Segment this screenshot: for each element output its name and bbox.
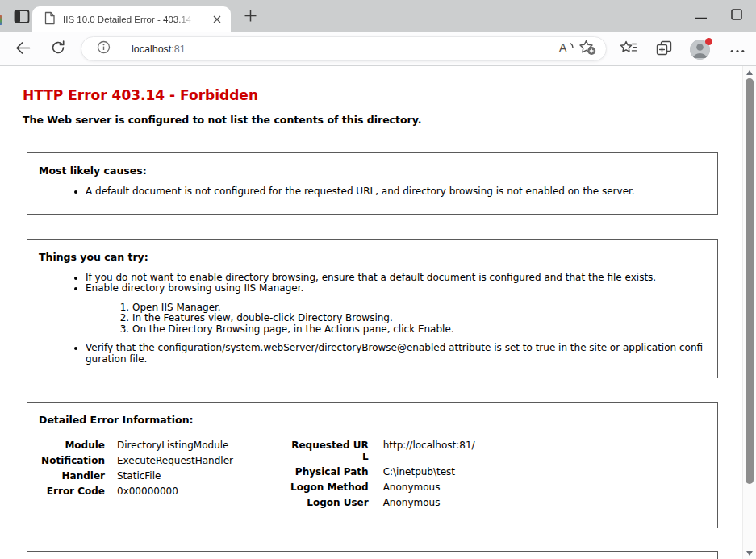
things-you-can-try-box: Things you can try: If you do not want t… [27, 239, 718, 379]
detail-label: Handler [39, 468, 105, 483]
scrollbar-thumb[interactable] [746, 78, 754, 484]
table-row: Logon User Anonymous [290, 494, 475, 510]
collections-button[interactable] [652, 37, 676, 61]
favorites-hub-icon [620, 40, 637, 58]
detail-value: Anonymous [369, 479, 475, 494]
url-text: localhost:81 [132, 44, 186, 55]
back-icon [15, 41, 31, 58]
causes-heading: Most likely causes: [39, 165, 706, 177]
browser-toolbar: localhost:81 A [0, 32, 756, 66]
details-heading: Detailed Error Information: [39, 414, 706, 426]
table-row: Logon Method Anonymous [290, 479, 475, 494]
try-item: If you do not want to enable directory b… [86, 273, 706, 284]
star-plus-icon [578, 40, 596, 59]
maximize-icon [731, 9, 742, 23]
most-likely-causes-box: Most likely causes: A default document i… [27, 152, 718, 215]
tab-close-button[interactable] [208, 10, 226, 28]
table-row: Module DirectoryListingModule [39, 437, 233, 453]
table-row: Physical Path C:\inetpub\test [290, 464, 475, 479]
profile-notification-dot [705, 38, 712, 45]
detail-value: http://localhost:81/ [369, 437, 475, 464]
try-item: Enable directory browsing using IIS Mana… [86, 283, 706, 335]
tab-actions-menu-button[interactable] [11, 9, 32, 27]
page-favicon-icon [44, 11, 56, 28]
favorites-button[interactable] [616, 37, 641, 61]
detail-label: Physical Path [290, 464, 369, 479]
browser-tab[interactable]: IIS 10.0 Detailed Error - 403.14 - F [32, 6, 231, 32]
try-item: Verify that the configuration/system.web… [86, 343, 706, 365]
detail-value: StaticFile [105, 468, 233, 483]
read-aloud-icon: A [558, 41, 575, 57]
step-item: On the Directory Browsing page, in the A… [132, 324, 706, 336]
maximize-button[interactable] [723, 0, 750, 32]
table-row: Notification ExecuteRequestHandler [39, 453, 233, 468]
details-left-column: Module DirectoryListingModule Notificati… [39, 437, 290, 510]
page-subtitle: The Web server is configured to not list… [23, 114, 742, 126]
background-window-sliver [0, 15, 2, 25]
tab-title: IIS 10.0 Detailed Error - 403.14 - F [63, 15, 194, 24]
step-item: Open IIS Manager. [132, 302, 706, 314]
more-information-box: More Information: [27, 551, 718, 559]
address-bar[interactable]: localhost:81 A [81, 36, 607, 61]
profile-button[interactable] [687, 37, 712, 61]
detail-value: C:\inetpub\test [369, 464, 475, 479]
three-dots-icon [730, 42, 745, 56]
site-info-button[interactable] [93, 39, 114, 60]
detail-value: DirectoryListingModule [105, 437, 233, 453]
detail-label: Notification [39, 453, 105, 468]
try-heading: Things you can try: [39, 251, 706, 263]
page-title: HTTP Error 403.14 - Forbidden [23, 87, 742, 103]
plus-icon [244, 10, 257, 25]
details-right-column: Requested URL http://localhost:81/ Physi… [290, 437, 475, 510]
info-icon [97, 40, 111, 57]
add-favorite-button[interactable] [577, 39, 598, 60]
minimize-icon [695, 9, 707, 23]
cause-item: A default document is not configured for… [86, 186, 706, 198]
try-item-text: Enable directory browsing using IIS Mana… [86, 282, 303, 294]
table-row: Requested URL http://localhost:81/ [290, 437, 475, 464]
browser-titlebar: IIS 10.0 Detailed Error - 403.14 - F [0, 0, 756, 32]
table-row: Handler StaticFile [39, 468, 233, 483]
detail-value: ExecuteRequestHandler [105, 453, 233, 468]
step-item: In the Features view, double-click Direc… [132, 313, 706, 324]
close-icon [213, 12, 221, 27]
back-button[interactable] [11, 38, 34, 60]
detail-value: 0x00000000 [105, 483, 233, 499]
page-content: HTTP Error 403.14 - Forbidden The Web se… [0, 66, 742, 559]
avatar [690, 40, 710, 60]
scroll-down-arrow-icon[interactable] [746, 551, 753, 556]
detail-label: Logon Method [290, 479, 369, 494]
svg-text:A: A [559, 41, 567, 54]
table-row: Error Code 0x00000000 [39, 483, 233, 499]
collections-icon [656, 40, 672, 59]
settings-menu-button[interactable] [725, 37, 750, 61]
url-host: localhost [132, 44, 171, 55]
detail-label: Error Code [39, 483, 105, 499]
refresh-button[interactable] [47, 38, 69, 60]
minimize-button[interactable] [687, 0, 715, 32]
refresh-icon [51, 40, 65, 58]
tab-actions-icon [14, 9, 30, 27]
detailed-error-information-box: Detailed Error Information: Module Direc… [27, 402, 718, 528]
vertical-scrollbar[interactable] [742, 66, 756, 559]
detail-value: Anonymous [369, 494, 475, 510]
url-port: :81 [171, 44, 185, 55]
scroll-up-arrow-icon[interactable] [746, 70, 753, 75]
new-tab-button[interactable] [240, 10, 261, 24]
detail-label: Module [39, 437, 105, 453]
detail-label: Requested URL [290, 437, 369, 464]
read-aloud-button[interactable]: A [556, 39, 577, 60]
detail-label: Logon User [290, 494, 369, 510]
